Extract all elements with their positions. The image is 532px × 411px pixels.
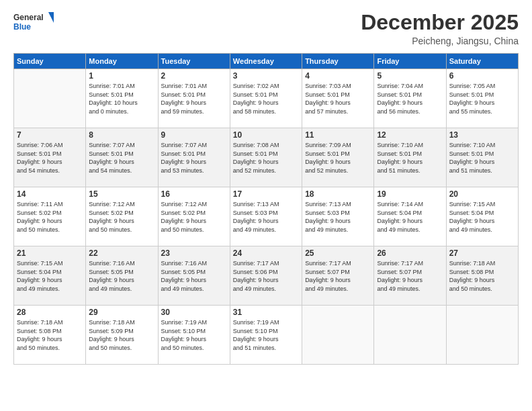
day-number: 31 bbox=[233, 308, 299, 317]
day-number: 28 bbox=[17, 308, 83, 317]
weekday-thursday: Thursday bbox=[302, 54, 374, 69]
day-number: 25 bbox=[305, 248, 371, 258]
calendar-cell: 4Sunrise: 7:03 AM Sunset: 5:01 PM Daylig… bbox=[302, 69, 374, 128]
cell-content: Sunrise: 7:15 AM Sunset: 5:04 PM Dayligh… bbox=[17, 259, 83, 293]
calendar-cell: 21Sunrise: 7:15 AM Sunset: 5:04 PM Dayli… bbox=[14, 246, 86, 306]
day-number: 22 bbox=[89, 248, 154, 258]
cell-content: Sunrise: 7:18 AM Sunset: 5:08 PM Dayligh… bbox=[17, 318, 83, 352]
calendar-cell: 18Sunrise: 7:13 AM Sunset: 5:03 PM Dayli… bbox=[302, 187, 374, 246]
header: General Blue December 2025 Peicheng, Jia… bbox=[13, 11, 519, 46]
month-title: December 2025 bbox=[361, 11, 519, 34]
cell-content: Sunrise: 7:12 AM Sunset: 5:02 PM Dayligh… bbox=[89, 200, 154, 234]
weekday-header-row: SundayMondayTuesdayWednesdayThursdayFrid… bbox=[14, 54, 519, 69]
day-number: 24 bbox=[233, 248, 299, 258]
cell-content: Sunrise: 7:01 AM Sunset: 5:01 PM Dayligh… bbox=[89, 82, 154, 116]
calendar-cell: 16Sunrise: 7:12 AM Sunset: 5:02 PM Dayli… bbox=[158, 187, 230, 246]
cell-content: Sunrise: 7:19 AM Sunset: 5:10 PM Dayligh… bbox=[233, 318, 299, 352]
calendar-cell: 30Sunrise: 7:19 AM Sunset: 5:10 PM Dayli… bbox=[158, 306, 230, 365]
calendar-cell: 12Sunrise: 7:10 AM Sunset: 5:01 PM Dayli… bbox=[374, 128, 446, 187]
day-number: 18 bbox=[305, 189, 371, 199]
calendar-cell: 3Sunrise: 7:02 AM Sunset: 5:01 PM Daylig… bbox=[230, 69, 302, 128]
calendar-cell: 10Sunrise: 7:08 AM Sunset: 5:01 PM Dayli… bbox=[230, 128, 302, 187]
cell-content: Sunrise: 7:04 AM Sunset: 5:01 PM Dayligh… bbox=[377, 82, 443, 116]
cell-content: Sunrise: 7:15 AM Sunset: 5:04 PM Dayligh… bbox=[449, 200, 515, 234]
calendar-cell: 31Sunrise: 7:19 AM Sunset: 5:10 PM Dayli… bbox=[230, 306, 302, 365]
week-row-5: 28Sunrise: 7:18 AM Sunset: 5:08 PM Dayli… bbox=[14, 306, 519, 365]
logo: General Blue bbox=[13, 11, 54, 35]
calendar-cell: 7Sunrise: 7:06 AM Sunset: 5:01 PM Daylig… bbox=[14, 128, 86, 187]
calendar-cell: 1Sunrise: 7:01 AM Sunset: 5:01 PM Daylig… bbox=[86, 69, 158, 128]
cell-content: Sunrise: 7:13 AM Sunset: 5:03 PM Dayligh… bbox=[233, 200, 299, 234]
calendar-cell: 15Sunrise: 7:12 AM Sunset: 5:02 PM Dayli… bbox=[86, 187, 158, 246]
svg-text:Blue: Blue bbox=[13, 22, 31, 32]
week-row-2: 7Sunrise: 7:06 AM Sunset: 5:01 PM Daylig… bbox=[14, 128, 519, 187]
calendar-cell: 2Sunrise: 7:01 AM Sunset: 5:01 PM Daylig… bbox=[158, 69, 230, 128]
day-number: 12 bbox=[377, 130, 443, 140]
day-number: 26 bbox=[377, 248, 443, 258]
weekday-friday: Friday bbox=[374, 54, 446, 69]
day-number: 20 bbox=[449, 189, 515, 199]
cell-content: Sunrise: 7:08 AM Sunset: 5:01 PM Dayligh… bbox=[233, 141, 299, 175]
calendar-cell: 14Sunrise: 7:11 AM Sunset: 5:02 PM Dayli… bbox=[14, 187, 86, 246]
cell-content: Sunrise: 7:16 AM Sunset: 5:05 PM Dayligh… bbox=[89, 259, 154, 293]
subtitle: Peicheng, Jiangsu, China bbox=[361, 36, 519, 46]
calendar-cell: 28Sunrise: 7:18 AM Sunset: 5:08 PM Dayli… bbox=[14, 306, 86, 365]
calendar-cell bbox=[302, 306, 374, 365]
day-number: 16 bbox=[161, 189, 227, 199]
day-number: 13 bbox=[449, 130, 515, 140]
calendar-cell: 20Sunrise: 7:15 AM Sunset: 5:04 PM Dayli… bbox=[446, 187, 518, 246]
cell-content: Sunrise: 7:05 AM Sunset: 5:01 PM Dayligh… bbox=[449, 82, 515, 116]
calendar-cell: 11Sunrise: 7:09 AM Sunset: 5:01 PM Dayli… bbox=[302, 128, 374, 187]
calendar-cell bbox=[374, 306, 446, 365]
svg-marker-2 bbox=[48, 12, 54, 23]
day-number: 17 bbox=[233, 189, 299, 199]
weekday-sunday: Sunday bbox=[14, 54, 86, 69]
calendar-cell: 6Sunrise: 7:05 AM Sunset: 5:01 PM Daylig… bbox=[446, 69, 518, 128]
calendar-cell: 22Sunrise: 7:16 AM Sunset: 5:05 PM Dayli… bbox=[86, 246, 158, 306]
day-number: 29 bbox=[89, 308, 154, 317]
title-area: December 2025 Peicheng, Jiangsu, China bbox=[361, 11, 519, 46]
calendar-cell bbox=[14, 69, 86, 128]
day-number: 10 bbox=[233, 130, 299, 140]
weekday-wednesday: Wednesday bbox=[230, 54, 302, 69]
weekday-tuesday: Tuesday bbox=[158, 54, 230, 69]
calendar-cell: 29Sunrise: 7:18 AM Sunset: 5:09 PM Dayli… bbox=[86, 306, 158, 365]
cell-content: Sunrise: 7:10 AM Sunset: 5:01 PM Dayligh… bbox=[377, 141, 443, 175]
day-number: 19 bbox=[377, 189, 443, 199]
cell-content: Sunrise: 7:17 AM Sunset: 5:07 PM Dayligh… bbox=[305, 259, 371, 293]
day-number: 7 bbox=[17, 130, 83, 140]
calendar-cell: 23Sunrise: 7:16 AM Sunset: 5:05 PM Dayli… bbox=[158, 246, 230, 306]
day-number: 8 bbox=[89, 130, 154, 140]
day-number: 9 bbox=[161, 130, 227, 140]
day-number: 2 bbox=[161, 71, 227, 81]
calendar-cell: 8Sunrise: 7:07 AM Sunset: 5:01 PM Daylig… bbox=[86, 128, 158, 187]
day-number: 15 bbox=[89, 189, 154, 199]
day-number: 3 bbox=[233, 71, 299, 81]
cell-content: Sunrise: 7:17 AM Sunset: 5:07 PM Dayligh… bbox=[377, 259, 443, 293]
day-number: 4 bbox=[305, 71, 371, 81]
cell-content: Sunrise: 7:07 AM Sunset: 5:01 PM Dayligh… bbox=[89, 141, 154, 175]
cell-content: Sunrise: 7:09 AM Sunset: 5:01 PM Dayligh… bbox=[305, 141, 371, 175]
day-number: 1 bbox=[89, 71, 154, 81]
cell-content: Sunrise: 7:17 AM Sunset: 5:06 PM Dayligh… bbox=[233, 259, 299, 293]
cell-content: Sunrise: 7:11 AM Sunset: 5:02 PM Dayligh… bbox=[17, 200, 83, 234]
weekday-monday: Monday bbox=[86, 54, 158, 69]
logo-svg: General Blue bbox=[13, 11, 54, 35]
cell-content: Sunrise: 7:01 AM Sunset: 5:01 PM Dayligh… bbox=[161, 82, 227, 116]
page: General Blue December 2025 Peicheng, Jia… bbox=[0, 0, 532, 411]
cell-content: Sunrise: 7:18 AM Sunset: 5:08 PM Dayligh… bbox=[449, 259, 515, 293]
day-number: 21 bbox=[17, 248, 83, 258]
week-row-3: 14Sunrise: 7:11 AM Sunset: 5:02 PM Dayli… bbox=[14, 187, 519, 246]
cell-content: Sunrise: 7:07 AM Sunset: 5:01 PM Dayligh… bbox=[161, 141, 227, 175]
cell-content: Sunrise: 7:06 AM Sunset: 5:01 PM Dayligh… bbox=[17, 141, 83, 175]
calendar-cell: 26Sunrise: 7:17 AM Sunset: 5:07 PM Dayli… bbox=[374, 246, 446, 306]
cell-content: Sunrise: 7:10 AM Sunset: 5:01 PM Dayligh… bbox=[449, 141, 515, 175]
cell-content: Sunrise: 7:12 AM Sunset: 5:02 PM Dayligh… bbox=[161, 200, 227, 234]
cell-content: Sunrise: 7:16 AM Sunset: 5:05 PM Dayligh… bbox=[161, 259, 227, 293]
calendar-cell: 24Sunrise: 7:17 AM Sunset: 5:06 PM Dayli… bbox=[230, 246, 302, 306]
cell-content: Sunrise: 7:19 AM Sunset: 5:10 PM Dayligh… bbox=[161, 318, 227, 352]
cell-content: Sunrise: 7:14 AM Sunset: 5:04 PM Dayligh… bbox=[377, 200, 443, 234]
day-number: 23 bbox=[161, 248, 227, 258]
calendar-cell: 17Sunrise: 7:13 AM Sunset: 5:03 PM Dayli… bbox=[230, 187, 302, 246]
svg-text:General: General bbox=[13, 13, 44, 22]
